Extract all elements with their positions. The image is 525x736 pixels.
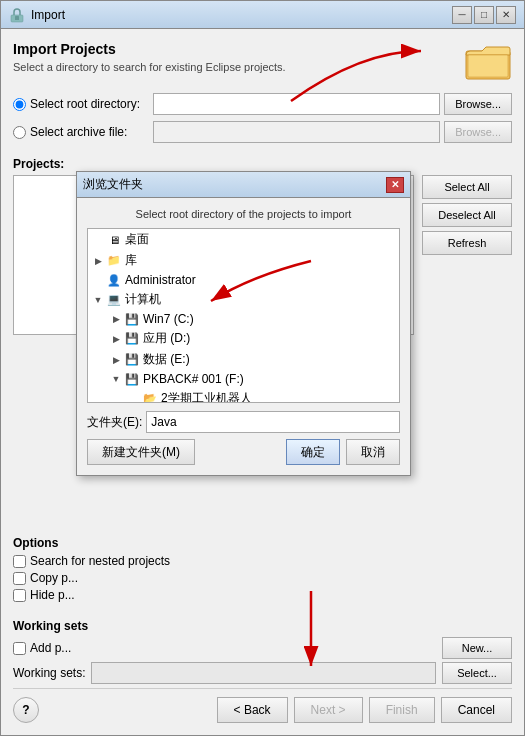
ok-button[interactable]: 确定 — [286, 439, 340, 465]
tree-item[interactable]: ▶📁库 — [88, 250, 399, 271]
dialog-subtitle: Select root directory of the projects to… — [87, 208, 400, 220]
folder-label-row: 文件夹(E): — [87, 411, 400, 433]
arrow-to-next — [251, 581, 381, 681]
tree-item[interactable]: ▶💾应用 (D:) — [88, 328, 399, 349]
folder-tree[interactable]: 🖥桌面▶📁库👤Administrator▼💻计算机▶💾Win7 (C:)▶💾应用… — [87, 228, 400, 403]
main-window: Import ─ □ ✕ Import Projects Select a di… — [0, 0, 525, 736]
tree-item-icon: 🖥 — [106, 233, 122, 247]
tree-item-icon: 💻 — [106, 293, 122, 307]
tree-item-icon: 👤 — [106, 273, 122, 287]
dialog-cancel-button[interactable]: 取消 — [346, 439, 400, 465]
folder-label: 文件夹(E): — [87, 414, 142, 431]
tree-expander-expand[interactable]: ▶ — [110, 354, 122, 366]
tree-item-label: 2学期工业机器人 — [161, 390, 252, 403]
new-folder-button[interactable]: 新建文件夹(M) — [87, 439, 195, 465]
tree-item-label: 数据 (E:) — [143, 351, 190, 368]
tree-item-icon: 📁 — [106, 254, 122, 268]
tree-item-label: 应用 (D:) — [143, 330, 190, 347]
tree-item[interactable]: 🖥桌面 — [88, 229, 399, 250]
tree-item-icon: 📂 — [142, 392, 158, 404]
tree-item-icon: 💾 — [124, 332, 140, 346]
tree-item-label: 计算机 — [125, 291, 161, 308]
dialog-buttons: 新建文件夹(M) 确定 取消 — [87, 439, 400, 465]
tree-item-icon: 💾 — [124, 372, 140, 386]
tree-item[interactable]: ▶💾数据 (E:) — [88, 349, 399, 370]
dialog-overlay: 浏览文件夹 ✕ Select root directory of the pro… — [1, 1, 524, 735]
tree-item-label: PKBACK# 001 (F:) — [143, 372, 244, 386]
tree-item-label: Win7 (C:) — [143, 312, 194, 326]
folder-value-input[interactable] — [146, 411, 400, 433]
tree-item[interactable]: ▼💾PKBACK# 001 (F:) — [88, 370, 399, 388]
dialog-body: Select root directory of the projects to… — [77, 198, 410, 475]
arrow-to-header — [281, 31, 441, 111]
tree-item[interactable]: ▼💻计算机 — [88, 289, 399, 310]
tree-item-label: 库 — [125, 252, 137, 269]
tree-item[interactable]: ▶💾Win7 (C:) — [88, 310, 399, 328]
tree-item-icon: 💾 — [124, 312, 140, 326]
tree-item-icon: 💾 — [124, 353, 140, 367]
tree-expander-collapse[interactable]: ▼ — [110, 373, 122, 385]
tree-expander-collapse[interactable]: ▼ — [92, 294, 104, 306]
dialog-close-button[interactable]: ✕ — [386, 177, 404, 193]
dialog-title-bar: 浏览文件夹 ✕ — [77, 172, 410, 198]
tree-item[interactable]: 👤Administrator — [88, 271, 399, 289]
dialog-title: 浏览文件夹 — [83, 176, 386, 193]
tree-expander-expand[interactable]: ▶ — [110, 333, 122, 345]
tree-expander-expand[interactable]: ▶ — [92, 255, 104, 267]
tree-item-label: Administrator — [125, 273, 196, 287]
tree-item[interactable]: 📂2学期工业机器人 — [88, 388, 399, 403]
tree-expander-expand[interactable]: ▶ — [110, 313, 122, 325]
browse-dialog: 浏览文件夹 ✕ Select root directory of the pro… — [76, 171, 411, 476]
tree-item-label: 桌面 — [125, 231, 149, 248]
